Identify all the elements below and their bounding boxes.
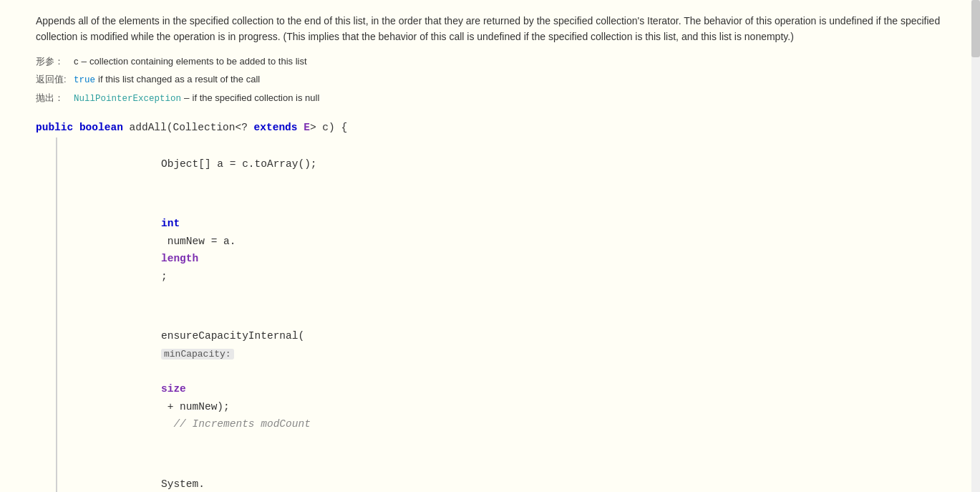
line4-rest1 [161, 365, 168, 377]
sig-rest: (Collection<? [167, 119, 254, 137]
code-block: public boolean addAll (Collection<? exte… [36, 119, 950, 492]
code-body: Object[] a = c.toArray(); int numNew = a… [56, 138, 950, 492]
params-name: c [74, 54, 79, 69]
page-container: Appends all of the elements in the speci… [0, 0, 980, 492]
scrollbar-track[interactable] [971, 0, 980, 492]
kw-int: int [161, 218, 180, 229]
sig-end: > c) { [310, 119, 347, 137]
code-line-blank2 [57, 304, 950, 309]
params-desc: collection containing elements to be add… [89, 54, 307, 69]
returns-row: 返回值: true if this list changed as a resu… [36, 72, 950, 87]
doc-description: Appends all of the elements in the speci… [36, 13, 950, 45]
returns-code: true [74, 73, 95, 87]
code-line-2: Object[] a = c.toArray(); [57, 138, 950, 190]
doc-params: 形参： c – collection containing elements t… [36, 54, 950, 106]
params-row: 形参： c – collection containing elements t… [36, 54, 950, 69]
code-space2 [123, 119, 130, 137]
line2-text: Object[] a = c.toArray(); [161, 158, 317, 170]
code-line-blank1 [57, 192, 950, 197]
line4-rest2: + numNew); [161, 401, 230, 413]
code-line-1: public boolean addAll (Collection<? exte… [36, 119, 950, 137]
code-line-3: int numNew = a. length ; [57, 197, 950, 303]
returns-label: 返回值: [36, 72, 68, 87]
throws-desc: if the specified collection is null [193, 91, 320, 106]
content-area: Appends all of the elements in the speci… [0, 0, 971, 492]
type-e: E [298, 119, 310, 137]
line4-method: ensureCapacityInternal( [161, 330, 304, 342]
code-line-4: ensureCapacityInternal( minCapacity: siz… [57, 309, 950, 450]
doc-section: Appends all of the elements in the speci… [36, 13, 950, 106]
line3-rest: numNew = a. [161, 236, 236, 247]
line4-comment: // Increments modCount [161, 418, 311, 430]
params-label: 形参： [36, 54, 68, 69]
line3-semi: ; [161, 271, 168, 282]
throws-row: 抛出： NullPointerException – if the specif… [36, 90, 950, 106]
scrollbar-thumb[interactable] [971, 0, 980, 57]
code-space1 [73, 119, 79, 137]
kw-length: length [161, 253, 198, 264]
kw-size1: size [161, 383, 186, 395]
throws-code: NullPointerException [74, 92, 181, 106]
returns-desc: if this list changed as a result of the … [98, 72, 260, 87]
code-line-blank3 [57, 453, 950, 458]
code-line-5: System. arraycopy ( a, srcPos: 0 , eleme… [57, 458, 950, 492]
param-hint-mincapacity: minCapacity: [161, 349, 234, 360]
params-dash: – [82, 54, 87, 69]
kw-extends: extends [254, 119, 298, 137]
throws-label: 抛出： [36, 91, 68, 106]
line5-system: System. [161, 478, 205, 490]
kw-public: public [36, 119, 73, 137]
method-addall: addAll [130, 119, 167, 137]
kw-boolean: boolean [79, 119, 123, 137]
throws-dash: – [184, 90, 190, 106]
